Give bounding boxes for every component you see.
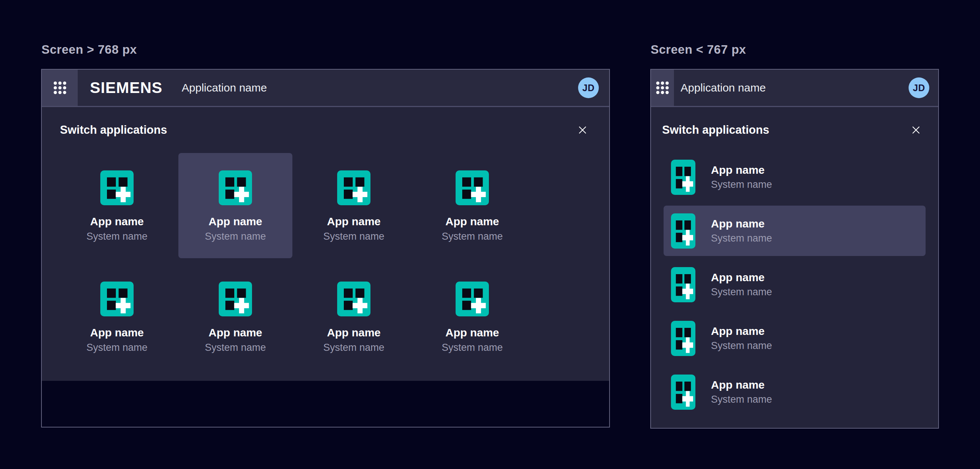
breakpoint-label-desktop: Screen > 768 px [41, 41, 610, 58]
app-tile-grid: App name System name App name System nam… [42, 153, 609, 369]
system-name-label: System name [711, 286, 772, 298]
app-tile-icon [671, 428, 695, 429]
app-item-text: App name System name [711, 164, 772, 190]
app-list-item[interactable]: App name System name [663, 259, 926, 310]
app-tile-icon [456, 171, 489, 205]
app-tile[interactable]: App name System name [297, 264, 411, 369]
app-tile-icon [671, 214, 695, 249]
app-launcher-button[interactable] [651, 70, 674, 106]
system-name-label: System name [323, 231, 384, 242]
system-name-label: System name [711, 233, 772, 244]
app-tile[interactable]: App name System name [415, 153, 529, 258]
app-name-label: App name [90, 326, 143, 339]
app-name-label: App name [711, 217, 772, 230]
mobile-window: Application name JD Switch applications … [650, 69, 939, 429]
app-tile-icon [671, 160, 695, 195]
app-launcher-button[interactable] [42, 70, 78, 106]
system-name-label: System name [323, 342, 384, 353]
app-header: SIEMENS Application name JD [42, 70, 609, 107]
desktop-window: SIEMENS Application name JD Switch appli… [41, 69, 610, 428]
user-avatar[interactable]: JD [908, 77, 929, 98]
app-name-label: App name [445, 326, 499, 339]
system-name-label: System name [711, 340, 772, 352]
app-tile-icon [219, 282, 252, 316]
overlay-title: Switch applications [60, 123, 167, 137]
switch-applications-overlay: Switch applications App name System name [651, 107, 938, 429]
app-item-text: App name System name [711, 325, 772, 352]
close-button[interactable] [908, 123, 923, 137]
app-list-item[interactable]: App name System name [663, 206, 926, 256]
app-header: Application name JD [651, 70, 938, 107]
overlay-header: Switch applications [651, 107, 938, 153]
system-name-label: System name [711, 179, 772, 190]
app-item-text: App name System name [711, 379, 772, 405]
app-list-item[interactable]: App name System name [663, 152, 926, 202]
app-tile[interactable]: App name System name [415, 264, 529, 369]
app-list-item[interactable]: App name System name [663, 313, 926, 364]
app-tile-icon [100, 171, 134, 205]
app-tile-icon [337, 171, 371, 205]
overlay-title: Switch applications [662, 123, 769, 137]
system-name-label: System name [442, 231, 503, 242]
user-avatar[interactable]: JD [578, 77, 599, 98]
app-name-label: App name [711, 325, 772, 338]
app-name-label: App name [327, 215, 380, 228]
system-name-label: System name [86, 342, 147, 353]
app-name-label: App name [208, 215, 262, 228]
app-tile[interactable]: App name System name [178, 264, 293, 369]
app-tile[interactable]: App name System name [60, 264, 174, 369]
app-name-label: App name [711, 164, 772, 176]
app-list-item[interactable]: App name System name [663, 367, 926, 417]
tile-row: App name System name App name System nam… [60, 153, 609, 258]
app-name-label: App name [711, 271, 772, 284]
app-name-label: App name [90, 215, 143, 228]
system-name-label: System name [442, 342, 503, 353]
app-tile-icon [671, 375, 695, 410]
app-tile-icon [671, 321, 695, 356]
tile-row: App name System name App name System nam… [60, 264, 609, 369]
breakpoint-label-mobile: Screen < 767 px [651, 41, 939, 58]
app-launcher-grid-icon [655, 80, 670, 96]
app-name-label: App name [711, 379, 772, 391]
app-launcher-grid-icon [52, 80, 68, 96]
close-icon [576, 124, 589, 136]
app-list-item-clipped[interactable]: App name System name [663, 421, 926, 429]
app-item-text: App name System name [711, 271, 772, 298]
close-icon [910, 124, 922, 136]
system-name-label: System name [711, 394, 772, 405]
app-name-label: App name [327, 326, 380, 339]
mobile-mockup: Screen < 767 px Application name JD Swit… [650, 41, 939, 429]
app-tile-icon [100, 282, 134, 316]
app-tile[interactable]: App name System name [297, 153, 411, 258]
application-name-title: Application name [681, 81, 766, 94]
siemens-logo: SIEMENS [90, 79, 162, 97]
app-tile-icon [456, 282, 489, 316]
app-tile-icon [671, 267, 695, 302]
app-tile-icon [219, 171, 252, 205]
desktop-mockup: Screen > 768 px SIEMENS Application name… [41, 41, 610, 428]
app-item-text: App name System name [711, 217, 772, 244]
system-name-label: System name [205, 342, 266, 353]
switch-applications-overlay: Switch applications App name System name… [42, 107, 609, 381]
system-name-label: System name [86, 231, 147, 242]
close-button[interactable] [575, 123, 590, 137]
system-name-label: System name [205, 231, 266, 242]
app-name-label: App name [208, 326, 262, 339]
app-tile[interactable]: App name System name [60, 153, 174, 258]
app-name-label: App name [445, 215, 499, 228]
application-name-title: Application name [182, 81, 267, 94]
app-tile-icon [337, 282, 371, 316]
app-list: App name System name App name System nam… [651, 152, 938, 429]
overlay-header: Switch applications [42, 107, 609, 153]
app-tile[interactable]: App name System name [178, 153, 293, 258]
